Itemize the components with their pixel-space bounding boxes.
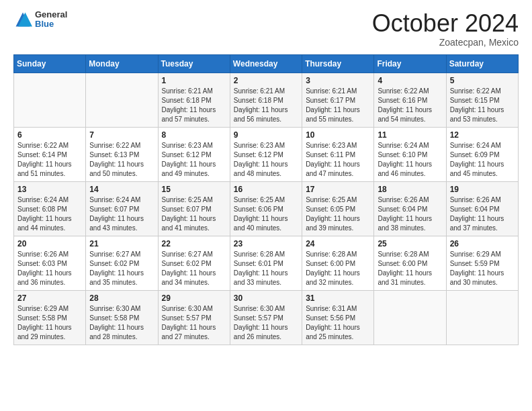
calendar-cell: 21Sunrise: 6:27 AMSunset: 6:02 PMDayligh… [86, 236, 158, 290]
day-number: 18 [378, 185, 442, 194]
calendar-cell: 9Sunrise: 6:23 AMSunset: 6:12 PMDaylight… [230, 127, 302, 181]
day-info: Sunrise: 6:21 AMSunset: 6:18 PMDaylight:… [234, 87, 298, 124]
calendar-week-row: 13Sunrise: 6:24 AMSunset: 6:08 PMDayligh… [14, 181, 519, 236]
day-info: Sunrise: 6:30 AMSunset: 5:58 PMDaylight:… [89, 304, 154, 342]
logo: General Blue [13, 10, 67, 30]
day-info: Sunrise: 6:28 AMSunset: 6:00 PMDaylight:… [306, 250, 370, 287]
day-number: 2 [234, 76, 298, 85]
calendar-week-row: 6Sunrise: 6:22 AMSunset: 6:14 PMDaylight… [14, 127, 519, 181]
day-of-week-header: Wednesday [230, 54, 302, 73]
day-info: Sunrise: 6:24 AMSunset: 6:10 PMDaylight:… [378, 141, 442, 179]
calendar: SundayMondayTuesdayWednesdayThursdayFrid… [13, 54, 519, 345]
calendar-cell: 20Sunrise: 6:26 AMSunset: 6:03 PMDayligh… [14, 236, 86, 290]
day-number: 23 [234, 239, 298, 248]
day-number: 11 [378, 130, 442, 140]
day-number: 30 [234, 293, 298, 303]
calendar-cell: 24Sunrise: 6:28 AMSunset: 6:00 PMDayligh… [302, 236, 374, 290]
day-info: Sunrise: 6:29 AMSunset: 5:59 PMDaylight:… [450, 250, 515, 287]
calendar-cell [374, 290, 446, 345]
day-of-week-header: Thursday [302, 54, 374, 73]
day-number: 29 [162, 293, 226, 303]
day-number: 17 [306, 185, 370, 194]
calendar-cell: 30Sunrise: 6:30 AMSunset: 5:57 PMDayligh… [230, 290, 302, 345]
calendar-cell: 14Sunrise: 6:24 AMSunset: 6:07 PMDayligh… [86, 181, 158, 236]
calendar-cell: 17Sunrise: 6:25 AMSunset: 6:05 PMDayligh… [302, 181, 374, 236]
day-number: 7 [89, 130, 154, 140]
day-info: Sunrise: 6:23 AMSunset: 6:12 PMDaylight:… [162, 141, 226, 179]
day-number: 4 [378, 76, 442, 85]
day-number: 25 [378, 239, 442, 248]
day-number: 26 [450, 239, 515, 248]
day-info: Sunrise: 6:30 AMSunset: 5:57 PMDaylight:… [234, 304, 298, 342]
calendar-week-row: 20Sunrise: 6:26 AMSunset: 6:03 PMDayligh… [14, 236, 519, 290]
day-number: 19 [450, 185, 515, 194]
day-number: 14 [89, 185, 154, 194]
day-of-week-header: Saturday [446, 54, 518, 73]
day-number: 6 [17, 130, 82, 140]
calendar-cell: 18Sunrise: 6:26 AMSunset: 6:04 PMDayligh… [374, 181, 446, 236]
day-info: Sunrise: 6:22 AMSunset: 6:15 PMDaylight:… [450, 87, 515, 124]
day-number: 21 [89, 239, 154, 248]
month-title: October 2024 [372, 10, 519, 37]
day-of-week-header: Tuesday [158, 54, 230, 73]
day-info: Sunrise: 6:22 AMSunset: 6:16 PMDaylight:… [378, 87, 442, 124]
calendar-week-row: 27Sunrise: 6:29 AMSunset: 5:58 PMDayligh… [14, 290, 519, 345]
calendar-cell: 15Sunrise: 6:25 AMSunset: 6:07 PMDayligh… [158, 181, 230, 236]
calendar-cell: 28Sunrise: 6:30 AMSunset: 5:58 PMDayligh… [86, 290, 158, 345]
day-number: 15 [162, 185, 226, 194]
day-info: Sunrise: 6:29 AMSunset: 5:58 PMDaylight:… [17, 304, 82, 342]
calendar-cell: 7Sunrise: 6:22 AMSunset: 6:13 PMDaylight… [86, 127, 158, 181]
header-row: SundayMondayTuesdayWednesdayThursdayFrid… [14, 54, 519, 73]
day-info: Sunrise: 6:27 AMSunset: 6:02 PMDaylight:… [162, 250, 226, 287]
day-info: Sunrise: 6:26 AMSunset: 6:03 PMDaylight:… [17, 250, 82, 287]
calendar-cell: 6Sunrise: 6:22 AMSunset: 6:14 PMDaylight… [14, 127, 86, 181]
calendar-cell: 26Sunrise: 6:29 AMSunset: 5:59 PMDayligh… [446, 236, 518, 290]
day-number: 5 [450, 76, 515, 85]
day-info: Sunrise: 6:24 AMSunset: 6:09 PMDaylight:… [450, 141, 515, 179]
day-info: Sunrise: 6:23 AMSunset: 6:11 PMDaylight:… [306, 141, 370, 179]
day-info: Sunrise: 6:22 AMSunset: 6:14 PMDaylight:… [17, 141, 82, 179]
day-info: Sunrise: 6:22 AMSunset: 6:13 PMDaylight:… [89, 141, 154, 179]
calendar-cell: 10Sunrise: 6:23 AMSunset: 6:11 PMDayligh… [302, 127, 374, 181]
logo-blue: Blue [35, 19, 67, 29]
location: Zoatecpan, Mexico [372, 37, 519, 48]
day-number: 8 [162, 130, 226, 140]
day-info: Sunrise: 6:26 AMSunset: 6:04 PMDaylight:… [450, 195, 515, 233]
day-info: Sunrise: 6:21 AMSunset: 6:18 PMDaylight:… [162, 87, 226, 124]
calendar-cell: 12Sunrise: 6:24 AMSunset: 6:09 PMDayligh… [446, 127, 518, 181]
calendar-cell: 8Sunrise: 6:23 AMSunset: 6:12 PMDaylight… [158, 127, 230, 181]
day-info: Sunrise: 6:28 AMSunset: 6:00 PMDaylight:… [378, 250, 442, 287]
calendar-cell: 19Sunrise: 6:26 AMSunset: 6:04 PMDayligh… [446, 181, 518, 236]
page: General Blue October 2024 Zoatecpan, Mex… [0, 0, 532, 411]
day-of-week-header: Sunday [14, 54, 86, 73]
day-number: 3 [306, 76, 370, 85]
day-number: 22 [162, 239, 226, 248]
day-info: Sunrise: 6:21 AMSunset: 6:17 PMDaylight:… [306, 87, 370, 124]
day-info: Sunrise: 6:25 AMSunset: 6:07 PMDaylight:… [162, 195, 226, 233]
day-number: 13 [17, 185, 82, 194]
calendar-cell [86, 73, 158, 127]
day-number: 24 [306, 239, 370, 248]
calendar-cell: 11Sunrise: 6:24 AMSunset: 6:10 PMDayligh… [374, 127, 446, 181]
calendar-cell: 23Sunrise: 6:28 AMSunset: 6:01 PMDayligh… [230, 236, 302, 290]
day-info: Sunrise: 6:28 AMSunset: 6:01 PMDaylight:… [234, 250, 298, 287]
day-info: Sunrise: 6:27 AMSunset: 6:02 PMDaylight:… [89, 250, 154, 287]
calendar-cell: 27Sunrise: 6:29 AMSunset: 5:58 PMDayligh… [14, 290, 86, 345]
day-info: Sunrise: 6:26 AMSunset: 6:04 PMDaylight:… [378, 195, 442, 233]
calendar-cell: 5Sunrise: 6:22 AMSunset: 6:15 PMDaylight… [446, 73, 518, 127]
logo-icon [13, 10, 32, 29]
logo-text: General Blue [35, 10, 67, 30]
day-info: Sunrise: 6:23 AMSunset: 6:12 PMDaylight:… [234, 141, 298, 179]
day-info: Sunrise: 6:31 AMSunset: 5:56 PMDaylight:… [306, 304, 370, 342]
calendar-cell: 31Sunrise: 6:31 AMSunset: 5:56 PMDayligh… [302, 290, 374, 345]
day-number: 27 [17, 293, 82, 303]
day-of-week-header: Monday [86, 54, 158, 73]
day-number: 1 [162, 76, 226, 85]
calendar-cell: 13Sunrise: 6:24 AMSunset: 6:08 PMDayligh… [14, 181, 86, 236]
day-info: Sunrise: 6:30 AMSunset: 5:57 PMDaylight:… [162, 304, 226, 342]
day-number: 20 [17, 239, 82, 248]
calendar-week-row: 1Sunrise: 6:21 AMSunset: 6:18 PMDaylight… [14, 73, 519, 127]
day-info: Sunrise: 6:25 AMSunset: 6:06 PMDaylight:… [234, 195, 298, 233]
calendar-cell: 2Sunrise: 6:21 AMSunset: 6:18 PMDaylight… [230, 73, 302, 127]
day-number: 28 [89, 293, 154, 303]
